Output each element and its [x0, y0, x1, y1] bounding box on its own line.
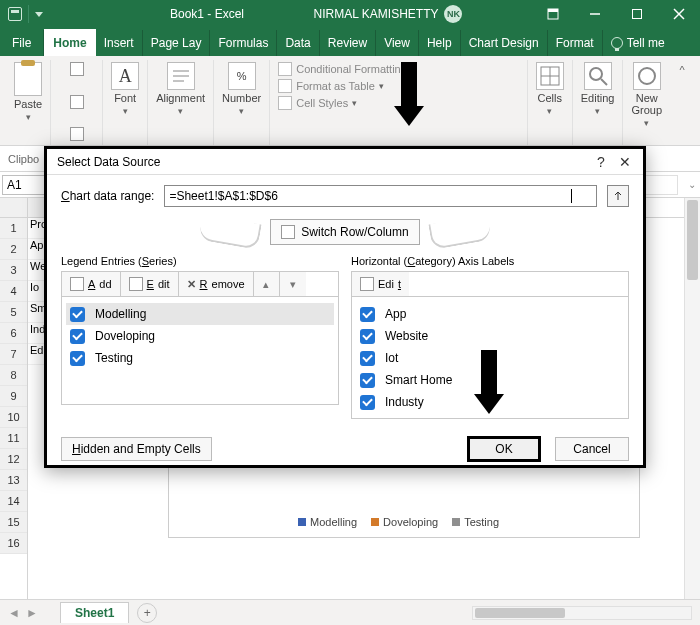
checkbox-icon[interactable]: [70, 307, 85, 322]
save-icon[interactable]: [8, 7, 22, 21]
tab-review[interactable]: Review: [320, 30, 376, 56]
avatar: NK: [444, 5, 462, 23]
series-item[interactable]: Testing: [66, 347, 334, 369]
row-header[interactable]: 10: [0, 407, 27, 428]
group-new: New Group▾: [623, 60, 670, 145]
tab-format[interactable]: Format: [548, 30, 603, 56]
font-button[interactable]: A Font▾: [111, 62, 139, 116]
ribbon-options-button[interactable]: [532, 0, 574, 28]
switch-row-column-button[interactable]: Switch Row/Column: [270, 219, 419, 245]
tab-formulas[interactable]: Formulas: [210, 30, 277, 56]
tab-tellme[interactable]: Tell me: [603, 30, 673, 56]
editing-button[interactable]: Editing▾: [581, 62, 615, 116]
category-item[interactable]: Website: [356, 325, 624, 347]
legend-swatch: [452, 518, 460, 526]
range-picker-button[interactable]: [607, 185, 629, 207]
find-icon: [584, 62, 612, 90]
minimize-button[interactable]: [574, 0, 616, 28]
series-move-up-button[interactable]: ▴: [254, 272, 280, 296]
annotation-arrow: [394, 62, 424, 126]
ok-button[interactable]: OK: [467, 436, 541, 462]
row-header[interactable]: 9: [0, 386, 27, 407]
group-alignment: Alignment▾: [148, 60, 214, 145]
tab-pagelayout[interactable]: Page Lay: [143, 30, 211, 56]
legend-swatch: [298, 518, 306, 526]
checkbox-icon[interactable]: [360, 329, 375, 344]
cells-button[interactable]: Cells▾: [536, 62, 564, 116]
checkbox-icon[interactable]: [360, 307, 375, 322]
newgroup-icon: [633, 62, 661, 90]
dialog-title: Select Data Source: [57, 155, 160, 169]
select-all-corner[interactable]: [0, 198, 27, 218]
alignment-button[interactable]: Alignment▾: [156, 62, 205, 116]
add-icon: [70, 277, 84, 291]
qat-dropdown[interactable]: [35, 12, 43, 17]
account-user[interactable]: NIRMAL KAMISHETTY NK: [314, 5, 463, 23]
row-header[interactable]: 3: [0, 260, 27, 281]
number-button[interactable]: % Number▾: [222, 62, 261, 116]
row-header[interactable]: 4: [0, 281, 27, 302]
hidden-empty-cells-button[interactable]: Hidden and Empty Cells: [61, 437, 212, 461]
row-header[interactable]: 5: [0, 302, 27, 323]
svg-rect-3: [633, 10, 642, 19]
checkbox-icon[interactable]: [70, 329, 85, 344]
series-item[interactable]: Modelling: [66, 303, 334, 325]
axis-edit-button[interactable]: Edit: [352, 272, 409, 296]
horizontal-scrollbar[interactable]: [472, 606, 692, 620]
tab-file[interactable]: File: [0, 30, 44, 56]
cells-icon: [536, 62, 564, 90]
row-header[interactable]: 13: [0, 470, 27, 491]
group-number: % Number▾: [214, 60, 270, 145]
cancel-button[interactable]: Cancel: [555, 437, 629, 461]
new-sheet-button[interactable]: +: [137, 603, 157, 623]
chart-data-range-input[interactable]: =Sheet1!$A$1:$D$6: [164, 185, 597, 207]
row-header[interactable]: 16: [0, 533, 27, 554]
checkbox-icon[interactable]: [360, 395, 375, 410]
row-header[interactable]: 7: [0, 344, 27, 365]
row-header[interactable]: 15: [0, 512, 27, 533]
tab-view[interactable]: View: [376, 30, 419, 56]
row-header[interactable]: 14: [0, 491, 27, 512]
switch-icon: [281, 225, 295, 239]
tab-insert[interactable]: Insert: [96, 30, 143, 56]
dialog-help-button[interactable]: ?: [589, 154, 613, 170]
cellstyles-icon: [278, 96, 292, 110]
row-header[interactable]: 2: [0, 239, 27, 260]
lightbulb-icon: [611, 37, 623, 49]
formula-expand-button[interactable]: ⌄: [684, 179, 700, 190]
tab-help[interactable]: Help: [419, 30, 461, 56]
sheet-tab[interactable]: Sheet1: [60, 602, 129, 623]
user-name: NIRMAL KAMISHETTY: [314, 7, 439, 21]
formatpainter-icon[interactable]: [70, 127, 84, 141]
row-header[interactable]: 12: [0, 449, 27, 470]
sheet-nav-prev[interactable]: ◄: [8, 606, 20, 620]
alignment-icon: [167, 62, 195, 90]
close-button[interactable]: [658, 0, 700, 28]
checkbox-icon[interactable]: [70, 351, 85, 366]
tab-home[interactable]: Home: [44, 29, 95, 56]
series-item[interactable]: Doveloping: [66, 325, 334, 347]
vertical-scrollbar[interactable]: [684, 198, 700, 599]
sheet-nav-next[interactable]: ►: [26, 606, 38, 620]
series-remove-button[interactable]: ✕ Remove: [179, 272, 254, 296]
row-header[interactable]: 6: [0, 323, 27, 344]
row-header[interactable]: 8: [0, 365, 27, 386]
tab-data[interactable]: Data: [277, 30, 319, 56]
series-move-down-button[interactable]: ▾: [280, 272, 306, 296]
row-header[interactable]: 1: [0, 218, 27, 239]
maximize-button[interactable]: [616, 0, 658, 28]
newgroup-button[interactable]: New Group▾: [631, 62, 662, 128]
collapse-ribbon-button[interactable]: ^: [670, 60, 694, 145]
series-listbox[interactable]: Modelling Doveloping Testing: [61, 297, 339, 405]
tab-chartdesign[interactable]: Chart Design: [461, 30, 548, 56]
checkbox-icon[interactable]: [360, 373, 375, 388]
series-add-button[interactable]: Add: [62, 272, 121, 296]
paste-button[interactable]: Paste▾: [14, 62, 42, 122]
cut-icon[interactable]: [70, 62, 84, 76]
category-item[interactable]: App: [356, 303, 624, 325]
row-header[interactable]: 11: [0, 428, 27, 449]
copy-icon[interactable]: [70, 95, 84, 109]
dialog-close-button[interactable]: ✕: [613, 154, 637, 170]
checkbox-icon[interactable]: [360, 351, 375, 366]
series-edit-button[interactable]: Edit: [121, 272, 179, 296]
